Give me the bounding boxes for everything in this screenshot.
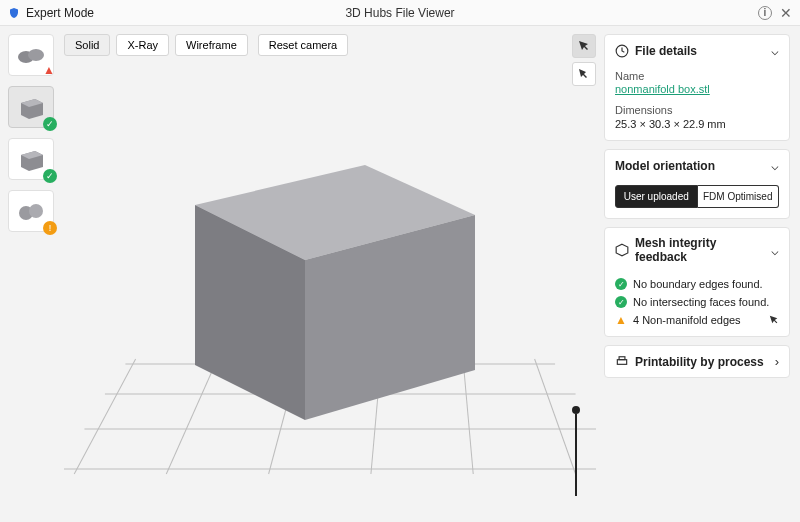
thumbnail-0[interactable]: ▲: [8, 34, 54, 76]
printability-panel: Printability by process ›: [604, 345, 790, 378]
orientation-segment: User uploaded FDM Optimised: [615, 185, 779, 208]
mesh-check-row: ✓ No boundary edges found.: [615, 278, 779, 290]
app-title: 3D Hubs File Viewer: [269, 6, 530, 20]
solid-button[interactable]: Solid: [64, 34, 110, 56]
mesh-check-row[interactable]: ▲ 4 Non-manifold edges: [615, 314, 779, 326]
check-icon: ✓: [615, 296, 627, 308]
mesh-integrity-panel: Mesh integrity feedback ⌵ ✓ No boundary …: [604, 227, 790, 337]
user-uploaded-option[interactable]: User uploaded: [615, 185, 698, 208]
check-icon: ✓: [615, 278, 627, 290]
filename-link[interactable]: nonmanifold box.stl: [615, 83, 710, 95]
shield-icon: [8, 7, 20, 19]
check-icon: ✓: [43, 117, 57, 131]
svg-point-1: [28, 49, 44, 61]
file-details-header[interactable]: File details ⌵: [605, 35, 789, 66]
mesh-integrity-header[interactable]: Mesh integrity feedback ⌵: [605, 228, 789, 272]
model-cube: [165, 125, 495, 425]
mode-label: Expert Mode: [26, 6, 94, 20]
svg-rect-25: [617, 359, 626, 364]
titlebar: Expert Mode 3D Hubs File Viewer i ✕: [0, 0, 800, 26]
canvas[interactable]: [64, 66, 596, 514]
info-icon[interactable]: i: [758, 6, 772, 20]
printability-header[interactable]: Printability by process ›: [605, 346, 789, 377]
xray-button[interactable]: X-Ray: [116, 34, 169, 56]
chevron-down-icon: ⌵: [771, 243, 779, 258]
dimensions-label: Dimensions: [615, 104, 779, 116]
chevron-right-icon: ›: [775, 354, 779, 369]
thumbnail-3[interactable]: !: [8, 190, 54, 232]
viewport[interactable]: Solid X-Ray Wireframe Reset camera: [62, 26, 604, 522]
warning-icon: ▲: [615, 314, 627, 326]
orientation-header[interactable]: Model orientation ⌵: [605, 150, 789, 181]
chevron-down-icon: ⌵: [771, 158, 779, 173]
main: ▲ ✓ ✓ ! Solid X-Ray Wireframe Reset came…: [0, 26, 800, 522]
wireframe-button[interactable]: Wireframe: [175, 34, 248, 56]
warning-icon: ▲: [43, 63, 55, 77]
thumbnail-strip: ▲ ✓ ✓ !: [0, 26, 62, 522]
select-tool-icon[interactable]: [572, 34, 596, 58]
thumbnail-1[interactable]: ✓: [8, 86, 54, 128]
info-icon: !: [43, 221, 57, 235]
chevron-down-icon: ⌵: [771, 43, 779, 58]
cursor-icon: [769, 315, 779, 325]
fdm-optimised-option[interactable]: FDM Optimised: [698, 185, 780, 208]
svg-point-7: [29, 204, 43, 218]
svg-point-21: [572, 406, 580, 414]
name-label: Name: [615, 70, 779, 82]
svg-marker-24: [616, 244, 628, 256]
scale-marker: [570, 406, 582, 496]
svg-line-12: [74, 359, 135, 474]
printer-icon: [615, 355, 629, 369]
view-toolbar: Solid X-Ray Wireframe Reset camera: [64, 34, 596, 56]
check-icon: ✓: [43, 169, 57, 183]
side-panel: File details ⌵ Name nonmanifold box.stl …: [604, 26, 800, 522]
mesh-icon: [615, 243, 629, 257]
file-details-panel: File details ⌵ Name nonmanifold box.stl …: [604, 34, 790, 141]
reset-camera-button[interactable]: Reset camera: [258, 34, 348, 56]
mesh-check-row: ✓ No intersecting faces found.: [615, 296, 779, 308]
thumbnail-2[interactable]: ✓: [8, 138, 54, 180]
orientation-panel: Model orientation ⌵ User uploaded FDM Op…: [604, 149, 790, 219]
svg-rect-26: [619, 356, 625, 359]
file-icon: [615, 44, 629, 58]
close-icon[interactable]: ✕: [780, 5, 792, 21]
dimensions-value: 25.3 × 30.3 × 22.9 mm: [615, 118, 779, 130]
